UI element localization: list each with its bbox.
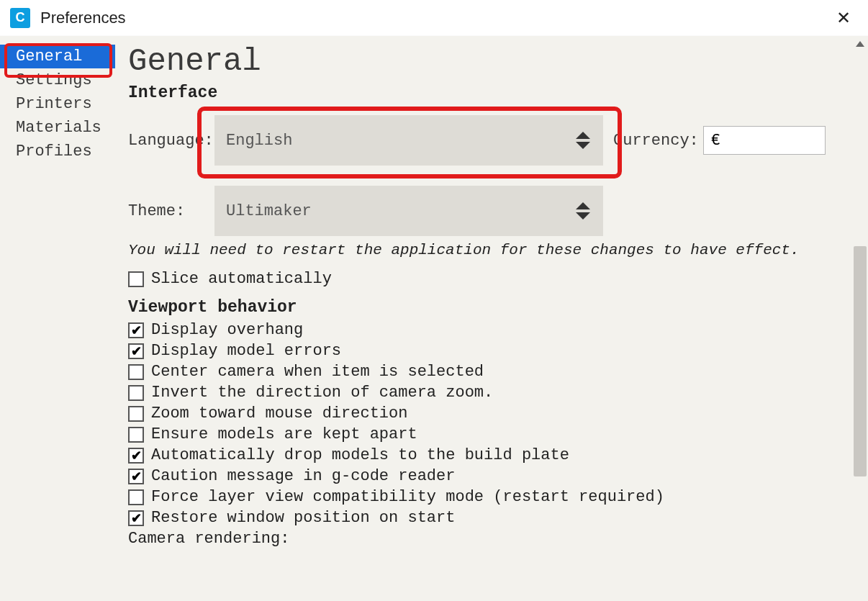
spinner-icon — [576, 132, 590, 149]
language-label: Language: — [128, 132, 214, 150]
spinner-icon — [576, 202, 590, 220]
chevron-down-icon — [576, 142, 590, 149]
checkbox-viewport-5[interactable]: Ensure models are kept apart — [128, 425, 855, 443]
checkbox-icon — [128, 510, 144, 526]
checkbox-viewport-9[interactable]: Restore window position on start — [128, 509, 855, 527]
checkbox-viewport-6[interactable]: Automatically drop models to the build p… — [128, 446, 855, 464]
checkbox-icon — [128, 406, 144, 422]
checkbox-label: Caution message in g-code reader — [151, 467, 455, 485]
checkbox-label: Slice automatically — [151, 270, 332, 288]
sidebar-item-printers[interactable]: Printers — [0, 92, 115, 116]
checkbox-viewport-4[interactable]: Zoom toward mouse direction — [128, 405, 855, 422]
page-title: General — [128, 43, 855, 79]
checkbox-viewport-2[interactable]: Center camera when item is selected — [128, 363, 855, 381]
sidebar-item-settings[interactable]: Settings — [0, 68, 115, 92]
chevron-down-icon — [576, 212, 590, 220]
checkbox-label: Restore window position on start — [151, 509, 455, 527]
language-value: English — [226, 132, 292, 150]
chevron-up-icon — [576, 202, 590, 209]
checkbox-viewport-0[interactable]: Display overhang — [128, 321, 855, 339]
checkbox-viewport-7[interactable]: Caution message in g-code reader — [128, 467, 855, 485]
currency-input[interactable] — [703, 126, 826, 155]
checkbox-icon — [128, 364, 144, 380]
checkbox-label: Invert the direction of camera zoom. — [151, 384, 493, 402]
titlebar: C Preferences ✕ — [0, 0, 868, 36]
checkbox-slice-automatically[interactable]: Slice automatically — [128, 270, 855, 288]
app-icon: C — [10, 8, 30, 28]
window-title: Preferences — [40, 9, 126, 27]
sidebar-item-profiles[interactable]: Profiles — [0, 140, 115, 163]
main-panel: General Interface Language: English Curr… — [115, 36, 868, 601]
theme-label: Theme: — [128, 202, 214, 220]
checkbox-label: Force layer view compatibility mode (res… — [151, 488, 664, 506]
checkbox-label: Ensure models are kept apart — [151, 425, 417, 443]
checkbox-viewport-8[interactable]: Force layer view compatibility mode (res… — [128, 488, 855, 506]
language-select[interactable]: English — [214, 115, 603, 166]
checkbox-label: Automatically drop models to the build p… — [151, 446, 569, 464]
checkbox-icon — [128, 489, 144, 505]
restart-note: You will need to restart the application… — [128, 242, 855, 258]
sidebar-item-materials[interactable]: Materials — [0, 116, 115, 140]
checkbox-icon — [128, 469, 144, 484]
checkbox-icon — [128, 427, 144, 443]
checkbox-icon — [128, 448, 144, 464]
theme-value: Ultimaker — [226, 202, 312, 220]
scroll-up-icon[interactable] — [852, 36, 868, 52]
theme-select[interactable]: Ultimaker — [214, 186, 603, 236]
section-heading-viewport: Viewport behavior — [128, 298, 855, 317]
checkbox-icon — [128, 385, 144, 401]
currency-label: Currency: — [613, 132, 699, 150]
workspace: General Settings Printers Materials Prof… — [0, 36, 868, 601]
scroll-track[interactable] — [852, 52, 868, 585]
checkbox-label: Display model errors — [151, 342, 341, 360]
scrollbar[interactable] — [852, 36, 868, 601]
camera-rendering-label: Camera rendering: — [128, 530, 855, 548]
checkbox-label: Display overhang — [151, 321, 303, 339]
scroll-thumb[interactable] — [854, 246, 867, 476]
section-heading-interface: Interface — [128, 83, 855, 102]
checkbox-icon — [128, 343, 144, 359]
checkbox-viewport-1[interactable]: Display model errors — [128, 342, 855, 360]
sidebar: General Settings Printers Materials Prof… — [0, 36, 115, 601]
checkbox-icon — [128, 271, 144, 287]
checkbox-icon — [128, 322, 144, 338]
checkbox-label: Center camera when item is selected — [151, 363, 484, 381]
checkbox-viewport-3[interactable]: Invert the direction of camera zoom. — [128, 384, 855, 402]
chevron-up-icon — [576, 132, 590, 139]
sidebar-item-general[interactable]: General — [0, 45, 115, 68]
close-icon[interactable]: ✕ — [829, 4, 858, 32]
checkbox-label: Zoom toward mouse direction — [151, 405, 407, 422]
